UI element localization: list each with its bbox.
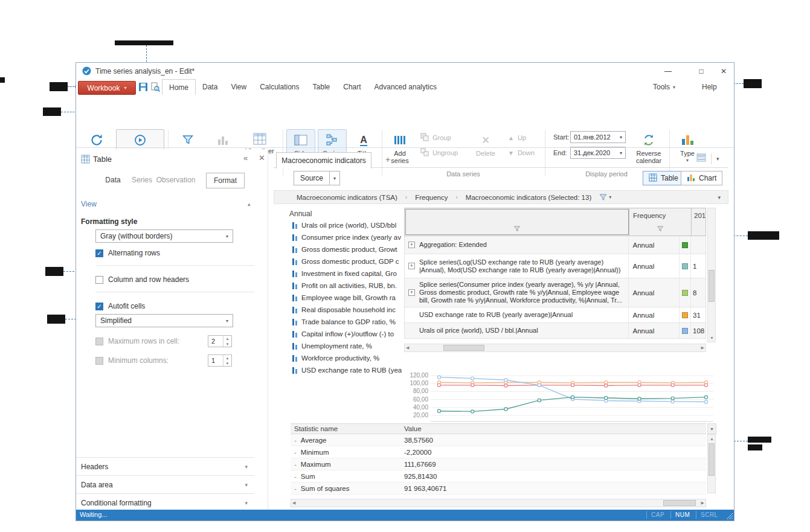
source-label[interactable]: Source [294,171,330,185]
grid-header-name[interactable] [405,208,629,236]
tab-chart[interactable]: Chart [336,79,367,94]
tab-calculations[interactable]: Calculations [253,79,306,94]
spinner-up-icon[interactable]: ▲ [223,355,231,361]
table-row[interactable]: +Splice series(Consumer price index (yea… [405,278,706,307]
tab-data[interactable]: Data [196,79,224,94]
scroll-right-icon[interactable]: ▶ [701,501,704,505]
save-icon[interactable] [138,82,148,94]
source-button[interactable]: Source ▾ [294,171,340,185]
tab-list-dropdown-icon[interactable]: ▾ [716,156,719,162]
expand-icon[interactable]: + [408,289,415,296]
resize-grip[interactable] [725,511,733,521]
tab-advanced-analytics[interactable]: Advanced analytics [368,79,443,94]
tree-item[interactable]: Consumer price index (yearly av [292,231,405,243]
tree-item[interactable]: Unemployment rate, % [292,340,405,352]
collapse-arrow-icon[interactable]: ▴ [248,201,251,207]
table-row[interactable]: +Aggregation: ExtendedAnnual [405,236,706,254]
stats-dropdown-icon[interactable]: ▾ [707,423,716,434]
min-columns-stepper[interactable]: 1 ▲▼ [208,354,232,367]
tree-item[interactable]: Urals oil price (world), USD/bbl [292,219,405,231]
help-menu[interactable]: Help [702,79,717,95]
close-button[interactable]: ✕ [713,63,734,79]
expand-icon[interactable]: + [408,242,415,248]
workbook-button[interactable]: Workbook ▾ [78,81,136,95]
max-rows-checkbox[interactable]: Maximum rows in cell: [95,337,179,345]
table-view-toggle[interactable]: Table [643,171,684,185]
expand-icon[interactable]: + [408,263,415,269]
maximize-button[interactable]: □ [691,63,712,79]
chevron-down-icon[interactable]: ▾ [330,171,340,185]
table-row[interactable]: Urals oil price (world), USD / bbl.|Annu… [405,323,706,339]
panel-tab-series[interactable]: Series [129,173,155,187]
tree-item[interactable]: Trade balance to GDP ratio, % [292,316,405,328]
main-horizontal-scrollbar[interactable]: ◀ ▶ [291,499,706,507]
tree-item[interactable]: Gross domestic product, GDP c [292,255,405,268]
tree-group-label[interactable]: Annual [289,210,312,218]
start-date-combo[interactable]: 01.янв.2012 ▾ [570,131,626,143]
scroll-down-icon[interactable]: ▼ [710,336,714,340]
breadcrumb-item[interactable]: Macroeconomic indicators (Selected: 13) [466,194,591,201]
breadcrumb-item[interactable]: Frequency [415,194,448,201]
minimize-button[interactable]: — [658,63,678,79]
panel-tab-observation[interactable]: Observation [156,173,195,187]
min-columns-checkbox[interactable]: Minimum columns: [95,356,169,365]
breadcrumb-item[interactable]: Macroeconomic indicators (TSA) [297,194,397,201]
tab-table[interactable]: Table [306,79,337,94]
title-bar[interactable]: Time series analysis_en - Edit* — □ ✕ [76,63,734,79]
scrollbar-thumb[interactable] [709,443,715,476]
panel-tab-format[interactable]: Format [206,173,245,188]
formatting-style-dropdown[interactable]: Gray (without borders) ▾ [95,229,233,243]
scroll-left-icon[interactable]: ◀ [292,501,295,505]
section-headers[interactable]: Headers ▾ [76,457,254,475]
document-tab[interactable]: Macroeconomic indicators [276,152,371,168]
tree-item[interactable]: Employee wage bill, Growth ra [292,292,405,304]
tree-item[interactable]: Gross domestic product, Growt [292,243,405,255]
tree-item[interactable]: USD exchange rate to RUB (yea [292,364,405,376]
scroll-left-icon[interactable]: ◀ [406,345,409,350]
panel-tab-data[interactable]: Data [101,173,125,187]
collapse-panel-icon[interactable]: « [243,153,248,162]
add-tab-button[interactable]: + [382,154,393,165]
column-row-headers-checkbox[interactable]: Column and row headers [95,275,189,284]
tree-item[interactable]: Real disposable household inc [292,304,405,316]
group-button[interactable]: Group [418,131,471,144]
spinner-down-icon[interactable]: ▼ [223,361,231,366]
scrollbar-thumb[interactable] [709,270,715,302]
up-button[interactable]: ▲ Up [506,131,544,144]
spinner-down-icon[interactable]: ▼ [223,341,231,347]
tools-menu[interactable]: Tools ▾ [653,79,675,95]
max-rows-stepper[interactable]: 2 ▲▼ [208,335,232,347]
grid-header-year[interactable]: 201 [692,208,706,236]
section-conditional-formatting[interactable]: Conditional formatting ▾ [76,493,254,511]
close-panel-icon[interactable]: ✕ [259,153,265,162]
view-section-header[interactable]: View [81,200,97,208]
tree-item[interactable]: Profit on all activities, RUB, bn. [292,280,405,292]
tree-item[interactable]: Workforce productivity, % [292,352,405,364]
scroll-up-icon[interactable]: ▲ [710,437,714,441]
chart-view-toggle[interactable]: Chart [681,171,722,185]
alternating-rows-checkbox[interactable]: ✓ Alternating rows [95,249,160,257]
autofit-mode-dropdown[interactable]: Simplified ▾ [95,314,233,327]
autofit-cells-checkbox[interactable]: ✓ Autofit cells [95,302,145,310]
filter-icon[interactable] [657,226,664,233]
stats-vertical-scrollbar[interactable]: ▲ [707,434,716,493]
spinner-up-icon[interactable]: ▲ [223,336,231,341]
scrollbar-thumb[interactable] [663,500,696,506]
grid-horizontal-scrollbar[interactable]: ◀ ▶ [404,344,706,352]
breadcrumb-expand-icon[interactable]: ▾ [718,194,721,200]
grid-header-frequency[interactable]: Frequency [629,208,692,236]
tree-item[interactable]: Capital inflow (+)/outflow (-) to [292,328,405,340]
tab-view[interactable]: View [224,79,253,94]
table-row[interactable]: +Splice series(Log(USD exchange rate to … [405,254,706,278]
filter-icon[interactable] [513,226,520,233]
tab-home[interactable]: Home [162,79,196,95]
scroll-right-icon[interactable]: ▶ [701,345,704,350]
tree-item[interactable]: Investment in fixed capital, Gro [292,268,405,280]
breadcrumb-filter-button[interactable]: ▾ [599,194,611,201]
table-row[interactable]: USD exchange rate to RUB (yearly average… [405,307,706,323]
section-data-area[interactable]: Data area ▾ [76,475,254,493]
print-preview-icon[interactable] [150,82,160,94]
grid-vertical-scrollbar[interactable]: ▼ [707,208,716,342]
layout-icon[interactable] [696,153,706,164]
scrollbar-thumb[interactable] [443,345,484,351]
